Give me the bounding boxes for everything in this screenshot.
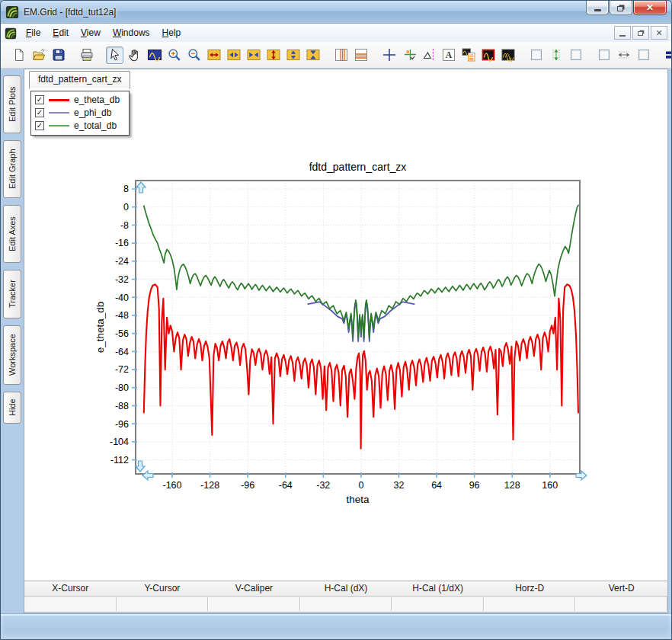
checkbox-icon[interactable] xyxy=(527,46,545,64)
checkbox-icon[interactable] xyxy=(567,46,584,64)
sidebar-button-hide[interactable]: Hide xyxy=(3,392,21,424)
layout-icon[interactable] xyxy=(663,46,671,64)
zoom-in-icon[interactable] xyxy=(165,46,183,64)
select-arrow-icon[interactable] xyxy=(106,46,123,64)
expand-h-red-icon[interactable] xyxy=(205,46,222,64)
legend-panel-icon[interactable] xyxy=(459,46,477,64)
title-bar: EM.Grid - [fdtd_tut12a] ✕ xyxy=(1,1,671,23)
readout-header-v-caliper: V-Caliper xyxy=(208,581,300,596)
scale-h-icon[interactable] xyxy=(615,46,632,64)
text-label-icon[interactable]: A xyxy=(440,46,457,64)
legend-checkbox-e_theta_db[interactable]: ✓ xyxy=(35,95,44,104)
readout-value xyxy=(484,597,576,611)
cursor-readout-bar: X-CursorY-CursorV-CaliperH-Cal (dX)H-Cal… xyxy=(24,581,667,613)
menu-edit[interactable]: Edit xyxy=(46,25,75,40)
minimize-icon xyxy=(594,9,601,11)
svg-text:-48: -48 xyxy=(115,310,129,321)
save-icon[interactable] xyxy=(50,46,67,64)
zoom-out-icon[interactable] xyxy=(185,46,203,64)
readout-value xyxy=(575,597,667,611)
svg-text:128: 128 xyxy=(504,480,520,491)
svg-text:-104: -104 xyxy=(110,437,129,447)
pan-hand-icon[interactable] xyxy=(126,46,143,64)
svg-text:96: 96 xyxy=(469,480,480,491)
restore-button[interactable] xyxy=(610,1,632,15)
grid-vertical-icon[interactable] xyxy=(332,46,350,64)
sidebar-button-edit-axes[interactable]: Edit Axes xyxy=(3,205,21,263)
svg-text:-40: -40 xyxy=(115,293,129,303)
sidebar-button-edit-plots[interactable]: Edit Plots xyxy=(3,75,21,133)
readout-value xyxy=(208,597,300,611)
readout-header-y-cursor: Y-Cursor xyxy=(117,581,209,596)
compress-h-blue-icon[interactable] xyxy=(245,46,262,64)
menu-file[interactable]: File xyxy=(20,25,46,40)
legend-line-sample xyxy=(49,99,69,101)
mdi-child-logo-icon xyxy=(5,26,17,40)
open-folder-icon[interactable] xyxy=(30,46,47,64)
scale-v-icon[interactable] xyxy=(547,46,565,64)
sidebar-button-tracker[interactable]: Tracker xyxy=(3,270,21,318)
menu-view[interactable]: View xyxy=(75,25,107,40)
svg-text:-32: -32 xyxy=(316,480,330,491)
mdi-close-button[interactable]: ✕ xyxy=(651,26,667,40)
legend-checkbox-e_total_db[interactable]: ✓ xyxy=(35,121,44,130)
svg-text:A: A xyxy=(445,50,452,59)
main-area: Edit PlotsEdit GraphEdit AxesTrackerWork… xyxy=(1,69,671,613)
expand-v-blue-icon[interactable] xyxy=(284,46,302,64)
svg-text:-112: -112 xyxy=(110,455,129,466)
toolbar: ALayou xyxy=(1,42,671,69)
svg-text:160: 160 xyxy=(542,480,558,491)
svg-text:-64: -64 xyxy=(115,347,129,357)
svg-text:0: 0 xyxy=(123,202,129,213)
menu-windows[interactable]: Windows xyxy=(107,25,156,40)
close-button[interactable]: ✕ xyxy=(633,1,667,15)
caliper-icon[interactable] xyxy=(420,46,437,64)
readout-header-horz-d: Horz-D xyxy=(484,581,576,596)
mdi-restore-icon xyxy=(638,31,643,36)
zoom-region-icon[interactable] xyxy=(146,46,163,64)
crosshair-icon[interactable] xyxy=(380,46,398,64)
expand-h-blue-icon[interactable] xyxy=(225,46,242,64)
legend-row-e_total_db: ✓e_total_db xyxy=(35,120,120,131)
print-icon[interactable] xyxy=(78,46,95,64)
legend-row-e_phi_db: ✓e_phi_db xyxy=(35,107,120,118)
svg-text:-72: -72 xyxy=(115,364,129,375)
y-axis-label: e_theta_db xyxy=(94,302,106,354)
mdi-restore-button[interactable] xyxy=(632,26,649,40)
sidebar-button-workspace[interactable]: Workspace xyxy=(3,325,21,385)
sidebar-button-edit-graph[interactable]: Edit Graph xyxy=(3,140,21,198)
legend-checkbox-e_phi_db[interactable]: ✓ xyxy=(35,108,44,117)
svg-text:-32: -32 xyxy=(115,274,129,285)
restore-icon xyxy=(617,6,623,11)
readout-value xyxy=(117,597,209,611)
readout-header-h-cal-dx-: H-Cal (dX) xyxy=(300,581,392,596)
svg-text:-8: -8 xyxy=(120,220,129,231)
legend-label: e_total_db xyxy=(74,120,117,131)
svg-text:64: 64 xyxy=(431,480,442,491)
expand-v-red-icon[interactable] xyxy=(264,46,282,64)
tracker-icon[interactable] xyxy=(400,46,418,64)
app-logo-icon xyxy=(5,5,19,19)
checkbox-icon[interactable] xyxy=(595,46,613,64)
tab-fdtd-pattern-cart-zx[interactable]: fdtd_pattern_cart_zx xyxy=(29,71,130,89)
plot-client-area: -160-128-96-64-32032649612816080-8-16-24… xyxy=(24,69,668,613)
sidebar: Edit PlotsEdit GraphEdit AxesTrackerWork… xyxy=(1,69,24,613)
compress-v-blue-icon[interactable] xyxy=(304,46,322,64)
app-window: EM.Grid - [fdtd_tut12a] ✕ FileEditViewWi… xyxy=(0,0,672,640)
mdi-minimize-icon xyxy=(619,35,626,37)
plot-multi-icon[interactable] xyxy=(499,46,517,64)
menu-help[interactable]: Help xyxy=(156,25,187,40)
plot-frame-icon[interactable] xyxy=(479,46,497,64)
svg-text:8: 8 xyxy=(123,184,129,194)
legend-line-sample xyxy=(49,125,69,126)
svg-text:-88: -88 xyxy=(115,401,129,411)
chart-canvas[interactable]: -160-128-96-64-32032649612816080-8-16-24… xyxy=(24,69,668,613)
minimize-button[interactable] xyxy=(586,1,609,15)
grid-horizontal-icon[interactable] xyxy=(352,46,370,64)
menu-bar: FileEditViewWindowsHelp ✕ xyxy=(1,23,671,42)
new-doc-icon[interactable] xyxy=(10,46,27,64)
svg-text:-96: -96 xyxy=(115,419,129,430)
mdi-minimize-button[interactable] xyxy=(614,26,631,40)
readout-header-vert-d: Vert-D xyxy=(575,581,667,596)
checkbox-icon[interactable] xyxy=(635,46,652,64)
